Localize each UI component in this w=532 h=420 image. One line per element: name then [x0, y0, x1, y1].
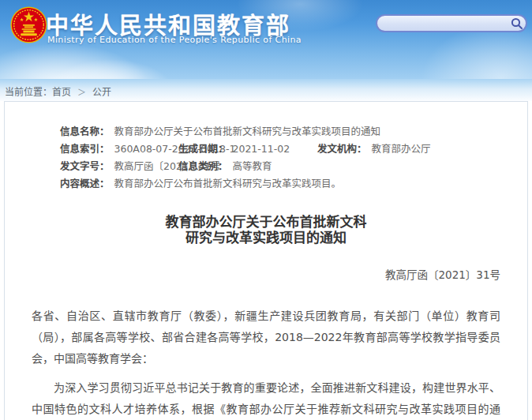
cloud-decoration — [0, 43, 150, 79]
search-button[interactable] — [511, 16, 528, 31]
document-paragraph-intro: 为深入学习贯彻习近平总书记关于教育的重要论述，全面推进新文科建设，构建世界水平、… — [32, 377, 500, 420]
breadcrumb: 当前位置：首页＞公开 — [5, 84, 111, 98]
meta-row-summary: 内容概述： 教育部办公厅公布首批新文科研究与改革实践项目。 — [60, 175, 500, 193]
meta-cell-docno: 发文字号： 教高厅函〔2021〕31号 — [60, 158, 178, 175]
breadcrumb-link-gongkai[interactable]: 公开 — [92, 87, 111, 98]
meta-row-docno-category: 发文字号： 教高厅函〔2021〕31号 信息类别： 高等教育 — [60, 158, 500, 175]
document-title-line2: 研究与改革实践项目的通知 — [5, 230, 527, 246]
meta-cell-category: 信息类别： 高等教育 — [178, 158, 272, 175]
search-icon — [511, 17, 523, 30]
breadcrumb-link-home[interactable]: 首页 — [52, 87, 71, 98]
meta-label-summary: 内容概述： — [60, 175, 110, 193]
document-meta-table: 信息名称： 教育部办公厅关于公布首批新文科研究与改革实践项目的通知 信息索引： … — [5, 102, 527, 193]
meta-label-index: 信息索引： — [60, 141, 110, 158]
cloud-decoration — [47, 59, 174, 79]
breadcrumb-separator: ＞ — [77, 88, 86, 98]
meta-label-name: 信息名称： — [60, 123, 110, 141]
meta-label-docno: 发文字号： — [60, 158, 110, 175]
document-panel: 信息名称： 教育部办公厅关于公布首批新文科研究与改革实践项目的通知 信息索引： … — [4, 101, 528, 420]
meta-label-category: 信息类别： — [178, 158, 228, 175]
meta-value-date: 2021-11-02 — [233, 141, 290, 158]
document-title: 教育部办公厅关于公布首批新文科 研究与改革实践项目的通知 — [5, 214, 527, 246]
breadcrumb-prefix: 当前位置： — [5, 87, 52, 98]
meta-cell-index: 信息索引： 360A08-07-2021-0018-1 — [60, 141, 178, 158]
meta-label-agency: 发文机构： — [317, 141, 367, 158]
search-input[interactable] — [377, 17, 511, 30]
meta-value-category: 高等教育 — [233, 158, 272, 175]
site-subtitle: Ministry of Education of the People's Re… — [47, 35, 302, 45]
document-title-line1: 教育部办公厅关于公布首批新文科 — [5, 214, 527, 230]
meta-value-name: 教育部办公厅关于公布首批新文科研究与改革实践项目的通知 — [114, 123, 381, 141]
document-paragraph-recipients: 各省、自治区、直辖市教育厅（教委），新疆生产建设兵团教育局，有关部门（单位）教育… — [32, 306, 500, 369]
search-box[interactable] — [376, 14, 527, 32]
site-header: 中华人民共和国教育部 Ministry of Education of the … — [0, 0, 532, 79]
meta-cell-date: 生成日期： 2021-11-02 — [178, 141, 317, 158]
meta-label-date: 生成日期： — [178, 141, 228, 158]
breadcrumb-band: 当前位置：首页＞公开 — [0, 79, 532, 101]
document-number: 教高厅函〔2021〕31号 — [5, 266, 527, 282]
meta-value-summary: 教育部办公厅公布首批新文科研究与改革实践项目。 — [114, 175, 342, 193]
meta-cell-agency: 发文机构： 教育部办公厅 — [317, 141, 431, 158]
document-body: 各省、自治区、直辖市教育厅（教委），新疆生产建设兵团教育局，有关部门（单位）教育… — [5, 306, 527, 420]
meta-value-agency: 教育部办公厅 — [372, 141, 431, 158]
meta-row-name: 信息名称： 教育部办公厅关于公布首批新文科研究与改革实践项目的通知 — [60, 123, 500, 141]
national-emblem-icon — [10, 6, 47, 43]
meta-row-index-date-agency: 信息索引： 360A08-07-2021-0018-1 生成日期： 2021-1… — [60, 141, 500, 158]
